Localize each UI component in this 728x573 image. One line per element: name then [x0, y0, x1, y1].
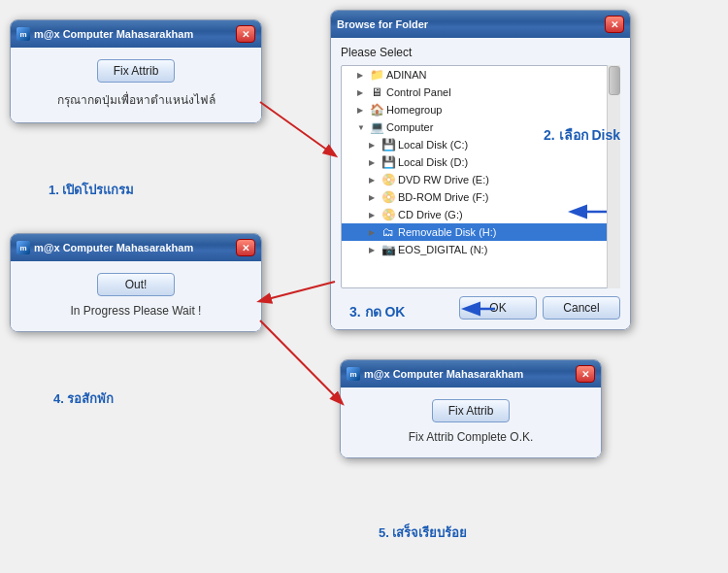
dialog3-title: m@x Computer Mahasarakham: [364, 368, 523, 380]
tree-label: ADINAN: [386, 69, 427, 81]
svg-line-1: [260, 282, 335, 301]
dialog1-body-text: กรุณากดปุ่มเพื่อหาตำแหน่งไฟล์: [26, 90, 246, 109]
browse-for-folder-dialog: Browse for Folder ✕ Please Select ▶ 📁 AD…: [330, 10, 631, 330]
close-button-3[interactable]: ✕: [576, 365, 595, 383]
browse-scrollbar[interactable]: [607, 65, 620, 288]
tree-icon: 🖥: [370, 85, 383, 99]
app-icon-1: m: [17, 27, 30, 41]
tree-label: Homegroup: [386, 104, 442, 116]
app-icon-3: m: [347, 367, 360, 381]
browse-tree[interactable]: ▶ 📁 ADINAN ▶ 🖥 Control Panel ▶ 🏠 Homegro…: [341, 65, 620, 288]
tree-item[interactable]: ▶ 🏠 Homegroup: [342, 101, 619, 118]
step4-label: 4. รอสักพัก: [53, 388, 114, 409]
tree-icon: 📀: [381, 208, 395, 221]
out-button[interactable]: Out!: [97, 273, 175, 296]
titlebar-2: m m@x Computer Mahasarakham ✕: [11, 234, 261, 261]
tree-label: Computer: [386, 121, 433, 133]
close-button-browse[interactable]: ✕: [605, 16, 624, 33]
tree-arrow: ▶: [369, 141, 379, 150]
tree-label: BD-ROM Drive (F:): [398, 191, 489, 203]
scrollbar-thumb[interactable]: [609, 66, 620, 95]
tree-label: Local Disk (C:): [398, 139, 468, 151]
titlebar-1: m m@x Computer Mahasarakham ✕: [11, 20, 261, 48]
app-icon-2: m: [17, 241, 30, 254]
tree-item[interactable]: ▶ 🖥 Control Panel: [342, 84, 619, 101]
tree-icon: 📁: [370, 68, 383, 82]
dialog3-body-text: Fix Attrib Complete O.K.: [356, 430, 585, 444]
fix-attrib-dialog-3: m m@x Computer Mahasarakham ✕ Fix Attrib…: [340, 359, 602, 458]
fix-attrib-dialog-1: m m@x Computer Mahasarakham ✕ Fix Attrib…: [10, 19, 262, 123]
tree-arrow: ▶: [369, 193, 379, 202]
tree-arrow: ▶: [369, 158, 379, 167]
tree-icon: 💻: [370, 120, 383, 134]
tree-item[interactable]: ▶ 📀 DVD RW Drive (E:): [342, 171, 619, 188]
svg-line-0: [260, 102, 335, 155]
close-button-1[interactable]: ✕: [236, 25, 255, 43]
tree-arrow: ▼: [357, 123, 367, 132]
fix-attrib-button-3[interactable]: Fix Attrib: [432, 399, 511, 422]
tree-icon: 💾: [381, 138, 395, 152]
step3-label: 3. กด OK: [349, 301, 405, 322]
step1-label: 1. เปิดโปรแกรม: [49, 180, 134, 200]
tree-icon: 💾: [381, 155, 395, 169]
tree-item[interactable]: ▶ 📀 BD-ROM Drive (F:): [342, 188, 619, 206]
tree-icon: 📷: [381, 243, 395, 256]
step2-label: 2. เลือก Disk: [544, 124, 620, 146]
tree-arrow: ▶: [369, 246, 379, 254]
tree-icon: 🗂: [381, 225, 395, 239]
browse-tree-container: ▶ 📁 ADINAN ▶ 🖥 Control Panel ▶ 🏠 Homegro…: [341, 65, 620, 288]
tree-arrow: ▶: [369, 228, 379, 237]
tree-arrow: ▶: [357, 106, 367, 115]
dialog2-body: Out! In Progress Please Wait !: [11, 261, 261, 331]
browse-body: Please Select ▶ 📁 ADINAN ▶ 🖥 Control Pan…: [331, 38, 630, 329]
dialog2-button-row: Out!: [26, 273, 246, 296]
browse-titlebar: Browse for Folder ✕: [331, 11, 630, 38]
tree-label: CD Drive (G:): [398, 209, 463, 220]
close-button-2[interactable]: ✕: [236, 239, 255, 256]
dialog3-button-row: Fix Attrib: [356, 399, 585, 422]
tree-icon: 📀: [381, 173, 395, 186]
tree-item[interactable]: ▶ 📷 EOS_DIGITAL (N:): [342, 241, 619, 258]
dialog2-title: m@x Computer Mahasarakham: [34, 242, 193, 253]
tree-arrow: ▶: [357, 71, 367, 80]
tree-label: Local Disk (D:): [398, 156, 468, 168]
svg-line-2: [260, 320, 342, 403]
browse-title: Browse for Folder: [337, 18, 428, 30]
tree-label: EOS_DIGITAL (N:): [398, 244, 487, 255]
tree-item[interactable]: ▶ 💾 Local Disk (D:): [342, 153, 619, 171]
tree-arrow: ▶: [357, 88, 367, 97]
browse-ok-button[interactable]: OK: [459, 296, 537, 320]
dialog3-body: Fix Attrib Fix Attrib Complete O.K.: [341, 388, 601, 457]
tree-item[interactable]: ▶ 🗂 Removable Disk (H:): [342, 223, 619, 241]
tree-icon: 🏠: [370, 103, 383, 117]
tree-arrow: ▶: [369, 211, 379, 219]
tree-arrow: ▶: [369, 176, 379, 185]
dialog1-body: Fix Attrib กรุณากดปุ่มเพื่อหาตำแหน่งไฟล์: [11, 48, 261, 122]
tree-item[interactable]: ▶ 📀 CD Drive (G:): [342, 206, 619, 223]
out-dialog: m m@x Computer Mahasarakham ✕ Out! In Pr…: [10, 233, 262, 332]
tree-label: Control Panel: [386, 86, 451, 98]
dialog1-button-row: Fix Attrib: [26, 59, 246, 83]
titlebar-3: m m@x Computer Mahasarakham ✕: [341, 360, 601, 388]
fix-attrib-button-1[interactable]: Fix Attrib: [97, 59, 176, 83]
tree-label: Removable Disk (H:): [398, 226, 496, 238]
browse-please-select: Please Select: [341, 46, 620, 59]
step5-label: 5. เสร็จเรียบร้อย: [379, 522, 467, 543]
tree-icon: 📀: [381, 190, 395, 204]
dialog1-title: m@x Computer Mahasarakham: [34, 28, 193, 40]
browse-cancel-button[interactable]: Cancel: [543, 296, 620, 320]
dialog2-body-text: In Progress Please Wait !: [26, 304, 246, 318]
tree-item[interactable]: ▶ 📁 ADINAN: [342, 66, 619, 84]
tree-label: DVD RW Drive (E:): [398, 174, 489, 185]
